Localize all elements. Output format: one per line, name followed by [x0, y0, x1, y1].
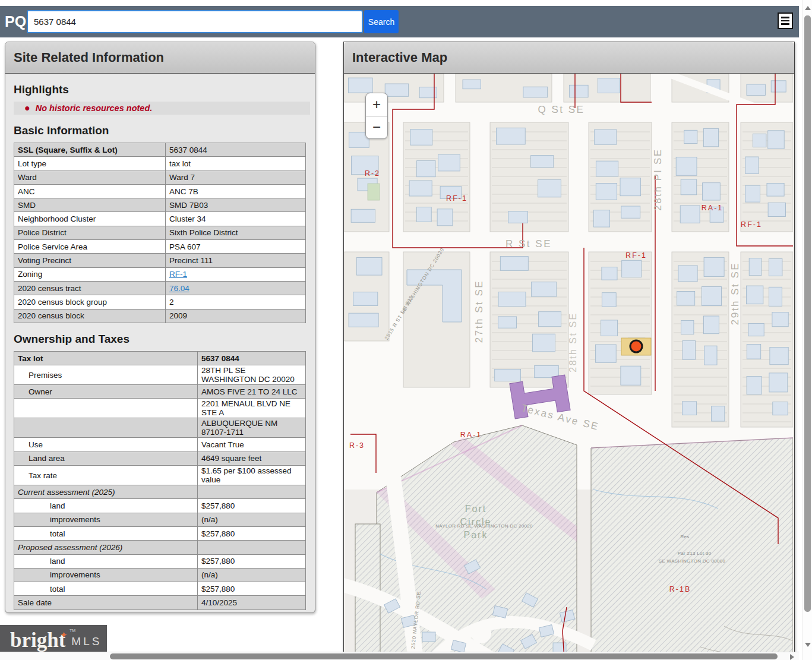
- row-label: land: [14, 554, 198, 568]
- building-footprint: [747, 345, 760, 359]
- building-footprint: [498, 317, 517, 328]
- building-footprint: [353, 292, 378, 306]
- scroll-right-arrow-icon[interactable]: [790, 654, 794, 660]
- zoom-in-button[interactable]: +: [366, 93, 387, 116]
- property-marker-icon[interactable]: [630, 340, 642, 352]
- zoom-out-button[interactable]: −: [366, 116, 387, 139]
- table-row: Police Service AreaPSA 607: [14, 240, 306, 254]
- row-value: (n/a): [198, 513, 306, 526]
- building-footprint: [771, 81, 786, 92]
- building-footprint: [712, 406, 725, 421]
- building-footprint: [769, 259, 782, 276]
- map-zoom-control: + −: [365, 93, 388, 139]
- row-value: Ward 7: [166, 170, 306, 184]
- hamburger-menu-button[interactable]: [778, 12, 793, 29]
- table-row: improvements(n/a): [14, 513, 306, 526]
- building-footprint: [745, 185, 760, 202]
- horizontal-scrollbar-thumb[interactable]: [110, 653, 778, 659]
- map-label-r2: R-2: [365, 169, 380, 178]
- row-value: (n/a): [198, 568, 306, 582]
- building-footprint: [767, 183, 784, 196]
- building-footprint: [602, 293, 616, 307]
- horizontal-scrollbar[interactable]: [0, 652, 799, 660]
- building-footprint: [681, 320, 694, 334]
- highlight-item: ● No historic resources noted.: [14, 102, 310, 115]
- row-label: land: [14, 499, 198, 513]
- table-row: Lot typetax lot: [14, 157, 306, 170]
- row-label: SSL (Square, Suffix & Lot): [14, 143, 166, 157]
- map-label-res: Res: [680, 534, 689, 539]
- building-footprint: [748, 323, 764, 336]
- map-label-ra1_a: RA-1: [702, 204, 723, 212]
- building-footprint: [417, 161, 435, 177]
- app-logo[interactable]: PQ: [5, 13, 26, 30]
- building-footprint: [772, 312, 788, 327]
- building-footprint: [596, 345, 617, 362]
- building-footprint: [349, 313, 378, 327]
- map-label-st29: 29th St SE: [729, 262, 741, 325]
- row-label: 2020 census tract: [14, 281, 166, 295]
- map-label-r_st: R St SE: [505, 238, 552, 250]
- search-button[interactable]: Search: [364, 10, 399, 33]
- building-footprint: [596, 184, 617, 200]
- row-label: improvements: [14, 568, 198, 582]
- building-footprint: [508, 211, 528, 223]
- park-area: [591, 438, 793, 660]
- building-footprint: [683, 340, 695, 359]
- scroll-down-arrow-icon[interactable]: [805, 643, 811, 647]
- building-footprint: [747, 286, 763, 304]
- building-footprint: [593, 210, 609, 227]
- bullet-icon: ●: [24, 103, 30, 113]
- vertical-scrollbar-thumb[interactable]: [804, 15, 811, 612]
- row-value: [198, 485, 306, 499]
- map-canvas[interactable]: Q St SER St SE27th St SE28th St SE28th P…: [344, 74, 793, 660]
- green-parcel: [368, 184, 380, 200]
- row-value: RF-1: [166, 267, 306, 281]
- map-label-rf1_b: RF-1: [625, 251, 647, 260]
- building-footprint: [348, 78, 372, 93]
- scroll-up-arrow-icon[interactable]: [805, 6, 811, 10]
- map-label-rf1_a: RF-1: [446, 194, 467, 203]
- building-footprint: [356, 258, 382, 276]
- map-label-r1b: R-1B: [669, 585, 691, 593]
- building-footprint: [598, 78, 620, 93]
- table-row: Police DistrictSixth Police District: [14, 226, 306, 239]
- map-label-park2: Circle: [460, 517, 492, 527]
- building-footprint: [745, 157, 759, 174]
- building-footprint: [351, 209, 375, 222]
- building-footprint: [769, 287, 782, 306]
- table-row: Tax lot5637 0844: [14, 351, 306, 365]
- row-value: 2201 MENAUL BLVD NE STE A: [198, 399, 306, 418]
- building-footprint: [768, 203, 785, 216]
- table-row: 2020 census block group2: [14, 295, 306, 309]
- table-row: SMDSMD 7B03: [14, 198, 306, 212]
- row-label: Ward: [14, 170, 166, 184]
- table-row: total$257,880: [14, 582, 306, 596]
- table-row: Neighborhood ClusterCluster 34: [14, 212, 306, 226]
- building-footprint: [769, 373, 788, 392]
- table-row: ZoningRF-1: [14, 267, 306, 281]
- row-value: 4/10/2025: [198, 596, 306, 610]
- value-link[interactable]: RF-1: [169, 270, 187, 279]
- building-footprint: [538, 180, 561, 197]
- highlights-heading: Highlights: [14, 83, 315, 96]
- vertical-scrollbar[interactable]: [802, 0, 812, 660]
- table-row: ANCANC 7B: [14, 184, 306, 198]
- table-row: land$257,880: [14, 499, 306, 513]
- row-value: SMD 7B03: [166, 198, 306, 212]
- row-label: Proposed assessment (2026): [14, 541, 198, 554]
- table-row: total$257,880: [14, 526, 306, 540]
- building-footprint: [620, 178, 641, 196]
- row-value: $257,880: [198, 499, 306, 513]
- building-footprint: [438, 154, 460, 171]
- building-footprint: [749, 258, 762, 276]
- search-input[interactable]: [27, 10, 363, 33]
- row-value: [198, 541, 306, 554]
- hamburger-icon: [781, 17, 789, 18]
- building-footprint: [535, 365, 559, 377]
- trademark-symbol: TM: [69, 629, 75, 633]
- ownership-table: Tax lot5637 0844Premises28TH PL SE WASHI…: [14, 351, 306, 610]
- value-link[interactable]: 76.04: [169, 284, 189, 293]
- building-footprint: [773, 402, 788, 415]
- row-label: ANC: [14, 184, 166, 198]
